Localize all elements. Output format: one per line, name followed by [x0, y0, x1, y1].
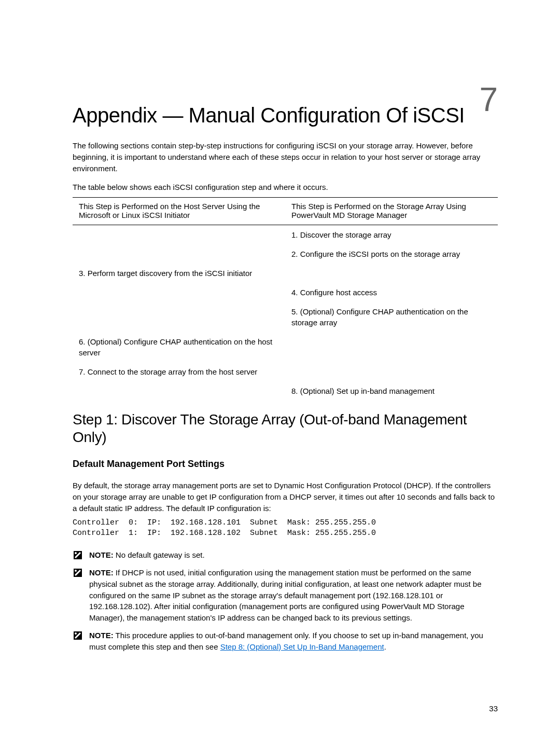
note-icon	[73, 630, 83, 641]
svg-point-0	[75, 552, 77, 554]
note-body: No default gateway is set.	[114, 550, 205, 559]
body-paragraph: By default, the storage array management…	[73, 480, 498, 514]
cell-left	[73, 283, 285, 302]
cell-right: 4. Configure host access	[285, 283, 498, 302]
cell-left	[73, 302, 285, 332]
note-body-post: .	[384, 642, 386, 651]
table-header-left: This Step is Performed on the Host Serve…	[73, 198, 285, 225]
cell-right	[285, 264, 498, 283]
section-subheading: Default Management Port Settings	[73, 459, 498, 470]
cell-right: 8. (Optional) Set up in-band management	[285, 381, 498, 401]
note-text: NOTE: This procedure applies to out-of-b…	[89, 630, 498, 653]
inband-management-link[interactable]: Step 8: (Optional) Set Up In-Band Manage…	[220, 642, 384, 651]
note-icon	[73, 568, 83, 578]
cell-right	[285, 362, 498, 381]
note-icon	[73, 550, 83, 560]
section-heading: Step 1: Discover The Storage Array (Out-…	[73, 411, 498, 446]
intro-paragraph: The following sections contain step-by-s…	[73, 140, 498, 174]
cell-left	[73, 244, 285, 264]
cell-left	[73, 381, 285, 401]
cell-right: 5. (Optional) Configure CHAP authenticat…	[285, 302, 498, 332]
note-label: NOTE:	[89, 631, 114, 640]
cell-left: 7. Connect to the storage array from the…	[73, 362, 285, 381]
note-text: NOTE: If DHCP is not used, initial confi…	[89, 567, 498, 624]
note-text: NOTE: No default gateway is set.	[89, 549, 498, 561]
table-row: 4. Configure host access	[73, 283, 498, 302]
cell-left	[73, 225, 285, 245]
table-row: 6. (Optional) Configure CHAP authenticat…	[73, 332, 498, 362]
svg-point-2	[75, 632, 77, 635]
table-row: 7. Connect to the storage array from the…	[73, 362, 498, 381]
page-number: 33	[489, 704, 498, 713]
table-row: 5. (Optional) Configure CHAP authenticat…	[73, 302, 498, 332]
cell-right: 2. Configure the iSCSI ports on the stor…	[285, 244, 498, 264]
svg-point-1	[75, 570, 77, 572]
page-title: Appendix — Manual Configuration Of iSCSI	[73, 104, 498, 127]
code-block: Controller 0: IP: 192.168.128.101 Subnet…	[73, 518, 498, 538]
cell-right	[285, 332, 498, 362]
table-header-right: This Step is Performed on the Storage Ar…	[285, 198, 498, 225]
chapter-number: 7	[479, 80, 498, 119]
note-block: NOTE: No default gateway is set.	[73, 549, 498, 561]
cell-right: 1. Discover the storage array	[285, 225, 498, 245]
cell-left: 3. Perform target discovery from the iSC…	[73, 264, 285, 283]
table-row: 8. (Optional) Set up in-band management	[73, 381, 498, 401]
cell-left: 6. (Optional) Configure CHAP authenticat…	[73, 332, 285, 362]
table-row: 1. Discover the storage array	[73, 225, 498, 245]
table-caption: The table below shows each iSCSI configu…	[73, 182, 498, 193]
note-label: NOTE:	[89, 568, 114, 577]
note-block: NOTE: If DHCP is not used, initial confi…	[73, 567, 498, 624]
table-row: 2. Configure the iSCSI ports on the stor…	[73, 244, 498, 264]
note-body: If DHCP is not used, initial configurati…	[89, 568, 482, 622]
config-steps-table: This Step is Performed on the Host Serve…	[73, 197, 498, 401]
table-row: 3. Perform target discovery from the iSC…	[73, 264, 498, 283]
note-label: NOTE:	[89, 550, 114, 559]
note-block: NOTE: This procedure applies to out-of-b…	[73, 630, 498, 653]
